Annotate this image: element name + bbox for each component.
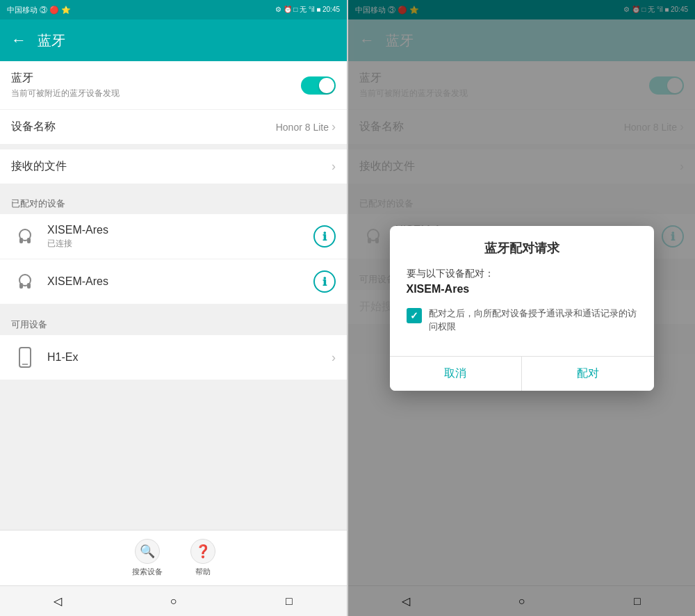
svg-rect-1 — [19, 238, 23, 243]
device-name-value-left: Honor 8 Lite › — [276, 120, 336, 134]
headphone-icon-2-left — [11, 268, 39, 295]
dialog-title: 蓝牙配对请求 — [390, 226, 654, 268]
dialog-checkbox-label: 配对之后，向所配对设备授予通讯录和通话记录的访问权限 — [429, 307, 637, 334]
bottom-nav-left: 🔍 搜索设备 ❓ 帮助 — [0, 530, 347, 585]
paired-device-1-info-left: XISEM-Ares 已连接 — [47, 224, 313, 250]
info-btn-1-left[interactable]: ℹ — [313, 225, 336, 248]
status-right-icons: ⚙ ⏰ □ 无 °il ■ 20:45 — [275, 5, 340, 15]
status-left-icons: 中国移动 ③ 🔴 ⭐ — [7, 5, 71, 15]
dialog-confirm-button[interactable]: 配对 — [522, 357, 654, 391]
device-name-card-left: 设备名称 Honor 8 Lite › — [0, 110, 347, 144]
back-sys-btn-left[interactable]: ◁ — [45, 589, 70, 614]
info-btn-2-left[interactable]: ℹ — [313, 270, 336, 293]
sys-nav-left: ◁ ○ □ — [0, 585, 347, 616]
received-files-chevron-left: › — [332, 159, 336, 174]
bluetooth-card-left: 蓝牙 当前可被附近的蓝牙设备发现 — [0, 61, 347, 109]
paired-devices-card-left: XISEM-Ares 已连接 ℹ XISEM-Ares ℹ — [0, 214, 347, 305]
available-device-1-chevron-left: › — [332, 350, 336, 365]
home-sys-btn-left[interactable]: ○ — [161, 589, 186, 614]
paired-device-1-name-left: XISEM-Ares — [47, 224, 313, 236]
bluetooth-toggle-row-left: 蓝牙 当前可被附近的蓝牙设备发现 — [0, 61, 347, 109]
search-nav-label-left: 搜索设备 — [132, 567, 163, 577]
dialog-checkbox[interactable] — [407, 308, 422, 323]
available-devices-card-left: H1-Ex › — [0, 335, 347, 380]
headphone-icon-1-left — [11, 222, 39, 250]
paired-device-1-left[interactable]: XISEM-Ares 已连接 ℹ — [0, 214, 347, 259]
paired-device-2-left[interactable]: XISEM-Ares ℹ — [0, 259, 347, 305]
paired-section-header-left: 已配对的设备 — [0, 189, 347, 214]
bluetooth-label-group-left: 蓝牙 当前可被附近的蓝牙设备发现 — [11, 71, 120, 99]
search-nav-item-left[interactable]: 🔍 搜索设备 — [132, 539, 163, 577]
help-nav-item-left[interactable]: ❓ 帮助 — [190, 539, 215, 577]
content-left: 蓝牙 当前可被附近的蓝牙设备发现 设备名称 Honor 8 Lite › 接收的… — [0, 61, 347, 530]
pair-dialog: 蓝牙配对请求 要与以下设备配对： XISEM-Ares 配对之后，向所配对设备授… — [390, 226, 654, 391]
phone-icon-left — [11, 343, 39, 371]
dialog-cancel-button[interactable]: 取消 — [390, 357, 523, 391]
available-device-1-name-left: H1-Ex — [47, 351, 332, 364]
help-nav-icon-left: ❓ — [190, 539, 215, 564]
header-left: ← 蓝牙 — [0, 19, 347, 61]
dialog-body: 要与以下设备配对： XISEM-Ares 配对之后，向所配对设备授予通讯录和通话… — [390, 268, 654, 356]
dialog-buttons: 取消 配对 — [390, 356, 654, 391]
right-panel: 中国移动 ③ 🔴 ⭐ ⚙ ⏰ □ 无 °il ■ 20:45 ← 蓝牙 蓝牙 当… — [348, 0, 695, 616]
device-name-label-left: 设备名称 — [11, 120, 56, 134]
dialog-device-label: 要与以下设备配对： — [407, 268, 637, 280]
device-name-row-left[interactable]: 设备名称 Honor 8 Lite › — [0, 110, 347, 144]
header-title-left: 蓝牙 — [38, 31, 65, 50]
bluetooth-label-left: 蓝牙 — [11, 71, 120, 86]
svg-rect-2 — [27, 238, 31, 243]
help-nav-label-left: 帮助 — [195, 567, 211, 577]
left-panel: 中国移动 ③ 🔴 ⭐ ⚙ ⏰ □ 无 °il ■ 20:45 ← 蓝牙 蓝牙 当… — [0, 0, 348, 616]
available-section-header-left: 可用设备 — [0, 310, 347, 335]
svg-rect-5 — [27, 283, 31, 289]
svg-rect-4 — [19, 283, 23, 289]
back-button-left[interactable]: ← — [11, 33, 26, 48]
paired-device-1-status-left: 已连接 — [47, 238, 313, 250]
received-files-label-left: 接收的文件 — [11, 159, 67, 174]
available-device-1-info-left: H1-Ex — [47, 351, 332, 364]
status-bar-left: 中国移动 ③ 🔴 ⭐ ⚙ ⏰ □ 无 °il ■ 20:45 — [0, 0, 347, 19]
available-device-1-left[interactable]: H1-Ex › — [0, 335, 347, 380]
received-files-row-left[interactable]: 接收的文件 › — [0, 149, 347, 184]
dialog-overlay: 蓝牙配对请求 要与以下设备配对： XISEM-Ares 配对之后，向所配对设备授… — [348, 0, 695, 616]
paired-device-2-name-left: XISEM-Ares — [47, 275, 313, 288]
dialog-checkbox-row: 配对之后，向所配对设备授予通讯录和通话记录的访问权限 — [407, 307, 637, 334]
search-nav-icon-left: 🔍 — [135, 539, 160, 564]
dialog-device-name: XISEM-Ares — [407, 283, 637, 295]
bluetooth-toggle-left[interactable] — [301, 76, 336, 95]
paired-device-2-info-left: XISEM-Ares — [47, 275, 313, 288]
received-files-card-left: 接收的文件 › — [0, 149, 347, 184]
bluetooth-sub-left: 当前可被附近的蓝牙设备发现 — [11, 88, 120, 99]
recent-sys-btn-left[interactable]: □ — [277, 589, 302, 614]
